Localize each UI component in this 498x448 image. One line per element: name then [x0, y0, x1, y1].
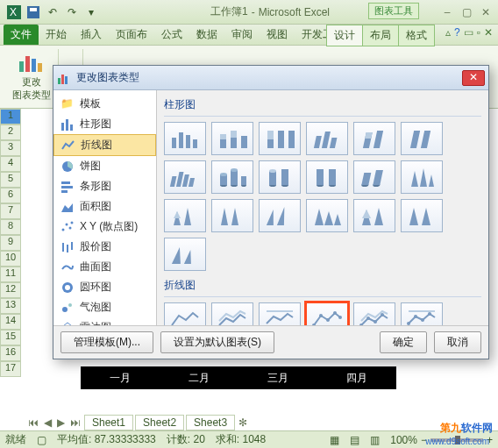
column-subtype[interactable] — [164, 199, 206, 232]
line-subtype[interactable] — [211, 302, 253, 325]
tab-design[interactable]: 设计 — [326, 25, 363, 46]
manage-templates-button[interactable]: 管理模板(M)... — [60, 331, 153, 353]
new-sheet-icon[interactable]: ✻ — [237, 416, 249, 429]
row-header[interactable]: 3 — [0, 140, 21, 156]
minimize-icon[interactable]: – — [440, 6, 454, 18]
tab-view[interactable]: 视图 — [260, 25, 295, 45]
sheet-nav-prev-icon[interactable]: ◀ — [42, 416, 53, 429]
svg-marker-85 — [267, 210, 277, 225]
column-subtype[interactable] — [259, 122, 301, 155]
undo-icon[interactable]: ↶ — [44, 4, 61, 21]
row-header[interactable]: 2 — [0, 124, 21, 140]
svg-rect-54 — [182, 174, 189, 187]
nav-pie[interactable]: 饼图 — [53, 156, 156, 176]
row-header[interactable]: 1 — [0, 109, 21, 124]
row-header[interactable]: 10 — [0, 251, 21, 267]
line-subtype-selected[interactable] — [306, 302, 348, 325]
sheet-nav-first-icon[interactable]: ⏮ — [26, 416, 40, 429]
line-subtype[interactable] — [353, 302, 395, 325]
column-subtype[interactable] — [164, 122, 206, 155]
row-header[interactable]: 6 — [0, 188, 21, 203]
column-subtype[interactable] — [306, 199, 348, 232]
row-header[interactable]: 4 — [0, 156, 21, 172]
column-subtype[interactable] — [259, 160, 301, 194]
tab-file[interactable]: 文件 — [4, 25, 39, 45]
row-header[interactable]: 12 — [0, 282, 21, 298]
column-subtype[interactable] — [401, 122, 443, 155]
maximize-icon[interactable]: ▢ — [459, 6, 473, 18]
column-subtype[interactable] — [306, 160, 348, 194]
row-header[interactable]: 16 — [0, 345, 21, 361]
column-subtype[interactable] — [353, 199, 395, 232]
column-subtype[interactable] — [306, 122, 348, 155]
excel-icon: X — [5, 4, 23, 21]
svg-rect-7 — [38, 63, 42, 72]
view-pagebreak-icon[interactable]: ▥ — [370, 434, 380, 446]
sheet-nav-next-icon[interactable]: ▶ — [55, 416, 67, 429]
nav-surface[interactable]: 曲面图 — [53, 257, 156, 277]
help-icon[interactable]: ? — [454, 26, 460, 39]
row-header[interactable]: 5 — [0, 172, 21, 188]
nav-scatter[interactable]: X Y (散点图) — [53, 217, 156, 237]
column-subtype[interactable] — [259, 199, 301, 232]
cancel-button[interactable]: 取消 — [434, 331, 481, 353]
row-header[interactable]: 7 — [0, 203, 21, 219]
macro-record-icon[interactable]: ▢ — [37, 434, 46, 446]
row-header[interactable]: 8 — [0, 219, 21, 235]
nav-radar[interactable]: 雷达图 — [53, 317, 156, 325]
row-header[interactable]: 14 — [0, 314, 21, 330]
tab-insert[interactable]: 插入 — [74, 25, 109, 45]
sheet-tab[interactable]: Sheet2 — [135, 415, 184, 430]
dialog-close-button[interactable]: ✕ — [462, 70, 485, 86]
set-default-button[interactable]: 设置为默认图表(S) — [160, 331, 274, 353]
nav-bubble[interactable]: 气泡图 — [53, 297, 156, 317]
sheet-tab[interactable]: Sheet1 — [84, 415, 133, 430]
sheet-nav-last-icon[interactable]: ⏭ — [68, 416, 82, 429]
save-icon[interactable] — [25, 4, 42, 21]
nav-column[interactable]: 柱形图 — [53, 114, 156, 134]
nav-doughnut[interactable]: 圆环图 — [53, 277, 156, 297]
ribbon-min-icon[interactable]: ▵ — [445, 26, 451, 39]
change-chart-type-icon[interactable] — [18, 53, 46, 74]
chart-gallery[interactable]: 柱形图 — [157, 90, 488, 325]
redo-icon[interactable]: ↷ — [63, 4, 81, 21]
tab-layout[interactable]: 布局 — [362, 25, 399, 46]
nav-area[interactable]: 面积图 — [53, 196, 156, 217]
view-pagelayout-icon[interactable]: ▤ — [350, 434, 359, 446]
wb-close-icon[interactable]: ✕ — [484, 26, 493, 39]
row-header[interactable]: 9 — [0, 235, 21, 251]
tab-pagelayout[interactable]: 页面布 — [109, 25, 154, 45]
close-icon[interactable]: ✕ — [479, 6, 493, 18]
wb-minimize-icon[interactable]: ▭ — [464, 26, 473, 39]
ok-button[interactable]: 确定 — [380, 331, 427, 353]
wb-restore-icon[interactable]: ▫ — [477, 26, 480, 39]
row-header[interactable]: 15 — [0, 330, 21, 345]
line-subtype[interactable] — [401, 302, 443, 325]
nav-line[interactable]: 折线图 — [53, 134, 156, 156]
qat-dropdown-icon[interactable]: ▾ — [82, 4, 100, 21]
nav-stock[interactable]: 股价图 — [53, 237, 156, 257]
column-subtype[interactable] — [211, 199, 253, 232]
column-subtype[interactable] — [401, 199, 443, 232]
row-header[interactable]: 11 — [0, 267, 21, 282]
tab-review[interactable]: 审阅 — [224, 25, 260, 45]
nav-bar[interactable]: 条形图 — [53, 176, 156, 196]
row-header[interactable]: 17 — [0, 361, 21, 377]
tab-home[interactable]: 开始 — [39, 25, 74, 45]
tab-data[interactable]: 数据 — [189, 25, 224, 45]
sheet-tab[interactable]: Sheet3 — [186, 415, 235, 430]
tab-format[interactable]: 格式 — [398, 25, 435, 46]
tab-formulas[interactable]: 公式 — [154, 25, 189, 45]
row-header[interactable]: 13 — [0, 298, 21, 314]
column-subtype[interactable] — [164, 160, 206, 194]
view-normal-icon[interactable]: ▦ — [330, 434, 339, 446]
line-subtype[interactable] — [164, 302, 206, 325]
column-subtype[interactable] — [401, 160, 443, 194]
column-subtype[interactable] — [164, 238, 206, 271]
nav-templates[interactable]: 📁模板 — [53, 94, 156, 114]
line-subtype[interactable] — [259, 302, 301, 325]
column-subtype[interactable] — [211, 122, 253, 155]
column-subtype[interactable] — [353, 160, 395, 194]
column-subtype[interactable] — [211, 160, 253, 194]
column-subtype[interactable] — [353, 122, 395, 155]
